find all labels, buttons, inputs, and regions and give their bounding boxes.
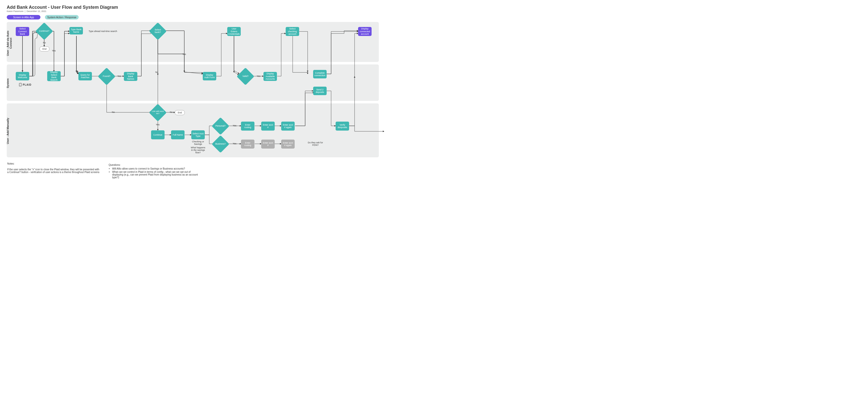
lane-user-auto: User - Add via Auto Connect (7, 22, 379, 62)
node-link-with-acct-q: Link with acct #s? (152, 106, 164, 119)
notes-section: Notes: If the user selects the "x" icon … (7, 162, 100, 173)
node-enter-routing-b: Enter routing (241, 139, 254, 149)
node-personal-q: Personal? (214, 120, 227, 132)
node-found-q: Found? (100, 70, 113, 83)
legend-system: System Action / Response (45, 15, 79, 20)
questions-heading: Questions: (108, 163, 201, 166)
node-display-select-bank-search: Display Select Bank Search (47, 71, 61, 81)
notes-heading: Notes: (7, 162, 100, 165)
notes-body: If the user selects the "x" icon to clos… (7, 168, 100, 173)
legend-screen: Screen in Allio App (7, 15, 40, 20)
edge-yes-6: Yes (233, 124, 237, 127)
question-2: What can we control in Plaid in terms of… (112, 170, 201, 179)
node-full-name: Full Name (171, 130, 185, 139)
note-savings-flow: What happens in the savings flow? (190, 146, 206, 154)
node-display-welcome: Display Welcome (16, 72, 29, 81)
node-display-connected-account: Display connected account (358, 27, 372, 36)
lane-label-manual: User - Add Manually (6, 117, 13, 145)
node-continue: Continue (151, 130, 164, 139)
questions-section: Questions: Will Allio allow users to con… (108, 163, 201, 179)
note-type-ahead: Type ahead real-time search (89, 30, 117, 32)
node-display-available-accounts: Display Available Accounts (264, 72, 277, 81)
legend: Screen in Allio App System Action / Resp… (7, 15, 79, 20)
node-type-bank-name: Type Bank Name (69, 27, 83, 34)
node-display-auth-form: Display Auth Form (203, 72, 216, 81)
edge-yes-4: Yes (257, 75, 260, 77)
date: December 12, 2021 (27, 10, 46, 12)
node-enter-routing-p: Enter routing (241, 122, 254, 131)
diagram-canvas: Add Bank Account - User Flow and System … (0, 0, 387, 182)
node-valid-q: Valid? (239, 70, 252, 83)
plaid-logo-label: PLAID (18, 83, 31, 86)
node-send-2-deposits: Send 2 deposits (313, 87, 327, 95)
node-continue-q: Continue? (38, 25, 51, 37)
edge-yes-3: Yes (117, 75, 121, 77)
node-enter-acct-b: Enter acct # (261, 139, 275, 149)
note-checking-savings: Checking or Savings (191, 140, 205, 145)
note-fein: Do they ask for FEIN? (308, 141, 323, 146)
node-verify-deposits: Verify desposits (336, 122, 349, 131)
edge-no-1: No (43, 41, 46, 44)
node-select-acct-type: Select Acct Type (191, 130, 205, 139)
node-end-2: End (175, 110, 185, 115)
edge-yes-2: Yes (182, 53, 186, 56)
lane-label-system: System (6, 77, 13, 89)
node-enter-acct-again-p: Enter acct # again (281, 122, 294, 131)
node-display-bank-names: Display Bank Names (124, 72, 137, 81)
lane-label-auto: User - Add via Auto Connect (6, 27, 13, 59)
edge-yes-7: Yes (233, 142, 237, 145)
page-title: Add Bank Account - User Flow and System … (7, 5, 118, 10)
node-complete-connection: Complete connection (313, 70, 327, 78)
node-user-enters-credentials: User Enters Credentials (227, 27, 241, 36)
edge-no-2: No (155, 71, 158, 73)
node-end-1: End (39, 46, 50, 52)
edge-yes-5: Yes (156, 123, 160, 126)
page-subtitle: Karen Passmore | December 12, 2021 (7, 10, 46, 12)
edge-no-3: No (112, 111, 115, 114)
author: Karen Passmore (7, 10, 24, 12)
plaid-icon (18, 83, 22, 86)
node-select-checking-account: Select checking account (286, 27, 299, 36)
edge-no-4: No (170, 111, 173, 114)
node-query-for-matches: Query for matches (79, 72, 92, 81)
node-select-bank-q: Select bank? (152, 25, 164, 37)
node-enter-acct-again-b: Enter acct # again (281, 139, 294, 149)
edge-yes-1: Yes (52, 50, 56, 52)
node-select-connect-bank: Select Connect Bank (16, 27, 29, 36)
question-1: Will Allio allow users to connect to Sav… (112, 167, 201, 170)
node-business-q: Business? (214, 138, 227, 150)
node-enter-acct-p: Enter acct # (261, 122, 275, 131)
